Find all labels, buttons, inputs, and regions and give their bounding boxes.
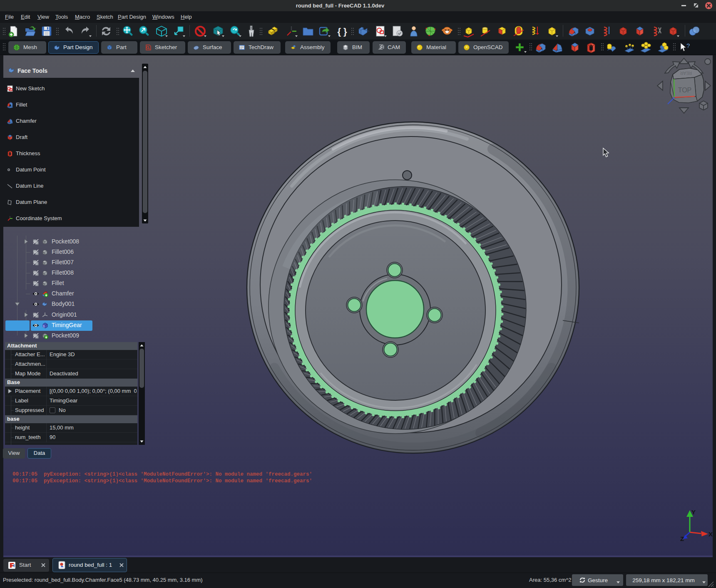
svg-text:{ }: { }: [337, 26, 347, 37]
svg-text:TOP: TOP: [678, 87, 692, 94]
svg-text:REAR: REAR: [680, 71, 692, 75]
svg-text:X: X: [709, 531, 713, 538]
svg-text:Z: Z: [680, 535, 684, 542]
svg-text:?: ?: [686, 42, 690, 49]
svg-text:Y: Y: [691, 509, 696, 516]
